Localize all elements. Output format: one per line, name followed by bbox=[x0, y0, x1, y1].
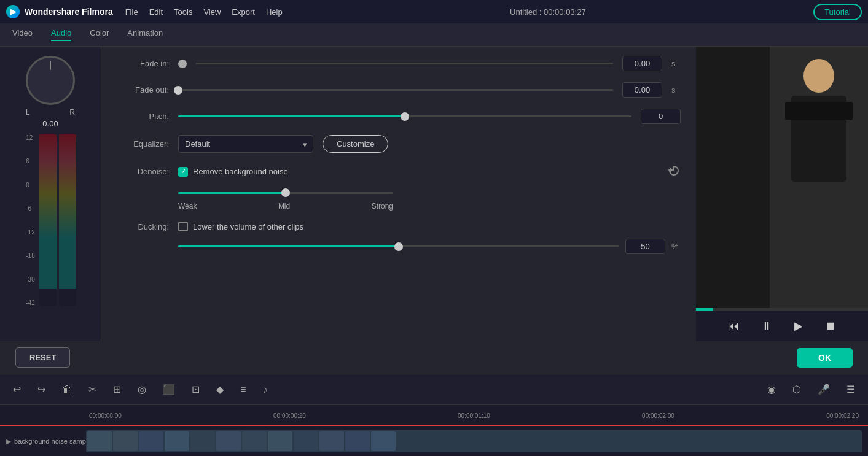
cut-button[interactable]: ✂ bbox=[85, 381, 100, 398]
ducking-lower-label: Lower the volume of other clips bbox=[193, 222, 303, 231]
track-clip[interactable] bbox=[86, 430, 862, 452]
equalizer-row: Equalizer: Default Flat Classical Dance … bbox=[117, 135, 681, 153]
expand-button[interactable]: ⊡ bbox=[188, 381, 203, 398]
denoise-label: Denoise: bbox=[117, 167, 169, 176]
clip-frame-5 bbox=[190, 431, 215, 451]
timeline-playhead bbox=[0, 425, 868, 426]
level-meter: 12 6 0 -6 -12 -18 -30 -42 bbox=[25, 134, 76, 306]
audio-button[interactable]: ♪ bbox=[259, 382, 271, 398]
right-panel: ⏮ ⏸ ▶ ⏹ bbox=[696, 47, 868, 341]
preview-progress[interactable] bbox=[696, 308, 868, 311]
ducking-slider[interactable] bbox=[178, 241, 619, 253]
denoise-weak-label: Weak bbox=[178, 202, 197, 211]
clip-frame-3 bbox=[139, 431, 163, 451]
tab-bar: Video Audio Color Animation bbox=[0, 23, 868, 47]
stop-button[interactable]: ⏹ bbox=[820, 317, 841, 335]
rewind-button[interactable]: ⏮ bbox=[723, 317, 744, 335]
menu-bar: ▶ Wondershare Filmora File Edit Tools Vi… bbox=[0, 0, 868, 23]
volume-knob[interactable] bbox=[26, 56, 75, 105]
ruler-mark-0: 00:00:00:00 bbox=[89, 412, 122, 419]
remove-bg-noise-label: Remove background noise bbox=[193, 167, 288, 176]
ruler-mark-1: 00:00:00:20 bbox=[273, 412, 306, 419]
denoise-checkbox-icon[interactable]: ✓ bbox=[178, 167, 188, 177]
undo-button[interactable]: ↩ bbox=[9, 381, 25, 398]
equalizer-label: Equalizer: bbox=[117, 139, 169, 149]
track-play-icon[interactable]: ▶ bbox=[6, 438, 11, 446]
clip-frame-10 bbox=[319, 431, 344, 451]
customize-button[interactable]: Customize bbox=[323, 135, 388, 153]
menu-file[interactable]: File bbox=[125, 7, 138, 17]
timeline-ruler: 00:00:00:00 00:00:00:20 00:00:01:10 00:0… bbox=[0, 404, 868, 426]
tab-color[interactable]: Color bbox=[90, 28, 109, 41]
meter-label-12: 12 bbox=[26, 134, 34, 141]
center-panel: Fade in: s Fade out: s Pitch: bbox=[101, 47, 696, 341]
settings-button[interactable]: ≡ bbox=[237, 382, 249, 398]
reset-button[interactable]: RESET bbox=[15, 347, 70, 368]
tab-video[interactable]: Video bbox=[12, 28, 33, 41]
ruler-mark-4: 00:00:02:20 bbox=[826, 412, 859, 419]
mic-button[interactable]: 🎤 bbox=[814, 381, 834, 398]
forward-button[interactable]: ▶ bbox=[789, 317, 808, 335]
denoise-mid-label: Mid bbox=[278, 202, 290, 211]
menu-view[interactable]: View bbox=[203, 7, 221, 17]
play-pause-button[interactable]: ⏸ bbox=[756, 317, 777, 335]
video-preview bbox=[696, 47, 868, 308]
pitch-slider[interactable] bbox=[178, 110, 631, 123]
delete-button[interactable]: 🗑 bbox=[58, 382, 76, 398]
fade-in-label: Fade in: bbox=[117, 59, 169, 68]
list-button[interactable]: ☰ bbox=[843, 381, 859, 398]
fade-out-label: Fade out: bbox=[117, 85, 169, 95]
pitch-input[interactable] bbox=[641, 109, 681, 124]
denoise-strong-label: Strong bbox=[372, 202, 393, 211]
fade-out-unit: s bbox=[671, 85, 681, 95]
tab-animation[interactable]: Animation bbox=[127, 28, 163, 41]
tab-audio[interactable]: Audio bbox=[51, 28, 71, 41]
meter-label-minus42: -42 bbox=[26, 299, 34, 306]
keyframe-button[interactable]: ◆ bbox=[213, 381, 227, 398]
clip-frame-6 bbox=[216, 431, 241, 451]
pitch-label: Pitch: bbox=[117, 112, 169, 121]
tutorial-button[interactable]: Tutorial bbox=[813, 4, 862, 20]
menu-help[interactable]: Help bbox=[266, 7, 283, 17]
fit-button[interactable]: ⬛ bbox=[159, 381, 179, 398]
fade-in-input[interactable] bbox=[622, 56, 662, 71]
meter-label-minus18: -18 bbox=[26, 252, 34, 259]
equalizer-select[interactable]: Default Flat Classical Dance Pop Rock bbox=[178, 135, 313, 153]
timeline-toolbar: ↩ ↪ 🗑 ✂ ⊞ ◎ ⬛ ⊡ ◆ ≡ ♪ ◉ ⬡ 🎤 ☰ bbox=[0, 374, 868, 404]
crop-button[interactable]: ⊞ bbox=[109, 381, 125, 398]
rotation-button[interactable]: ◎ bbox=[134, 381, 150, 398]
ripple-button[interactable]: ◉ bbox=[764, 381, 780, 398]
ducking-checkbox-icon[interactable] bbox=[178, 222, 188, 231]
left-channel-label: L bbox=[26, 108, 30, 117]
menu-tools[interactable]: Tools bbox=[174, 7, 192, 17]
menu-edit[interactable]: Edit bbox=[149, 7, 163, 17]
equalizer-select-wrapper: Default Flat Classical Dance Pop Rock bbox=[178, 135, 313, 153]
fade-in-thumb[interactable] bbox=[178, 60, 187, 68]
meter-label-0: 0 bbox=[26, 182, 34, 188]
denoise-slider[interactable] bbox=[178, 187, 393, 199]
right-meter-bar bbox=[59, 289, 76, 306]
ruler-mark-3: 00:00:02:00 bbox=[642, 412, 674, 419]
fade-out-slider[interactable] bbox=[178, 84, 613, 96]
ducking-checkbox[interactable]: Lower the volume of other clips bbox=[178, 222, 303, 231]
redo-button[interactable]: ↪ bbox=[34, 381, 49, 398]
clip-frame-7 bbox=[242, 431, 267, 451]
denoise-row: Denoise: ✓ Remove background noise bbox=[117, 164, 681, 179]
ducking-value-input[interactable] bbox=[625, 239, 665, 254]
fade-out-input[interactable] bbox=[622, 82, 662, 98]
meter-label-minus6: -6 bbox=[26, 205, 34, 212]
ducking-slider-area: % bbox=[178, 239, 681, 254]
ducking-unit: % bbox=[671, 242, 681, 251]
menu-export[interactable]: Export bbox=[232, 7, 255, 17]
clip-frame-9 bbox=[294, 431, 318, 451]
denoise-reset-icon[interactable] bbox=[667, 164, 681, 179]
timeline-track: ▶ background noise sample bbox=[0, 426, 868, 456]
clip-frame-1 bbox=[87, 431, 112, 451]
shield-button[interactable]: ⬡ bbox=[789, 381, 805, 398]
ruler-content: 00:00:00:00 00:00:00:20 00:00:01:10 00:0… bbox=[86, 412, 862, 419]
ruler-mark-2: 00:00:01:10 bbox=[458, 412, 490, 419]
ok-button[interactable]: OK bbox=[797, 348, 853, 368]
remove-bg-noise-checkbox[interactable]: ✓ Remove background noise bbox=[178, 167, 288, 177]
fade-in-slider[interactable] bbox=[196, 58, 613, 70]
ducking-row: Ducking: Lower the volume of other clips bbox=[117, 222, 681, 231]
